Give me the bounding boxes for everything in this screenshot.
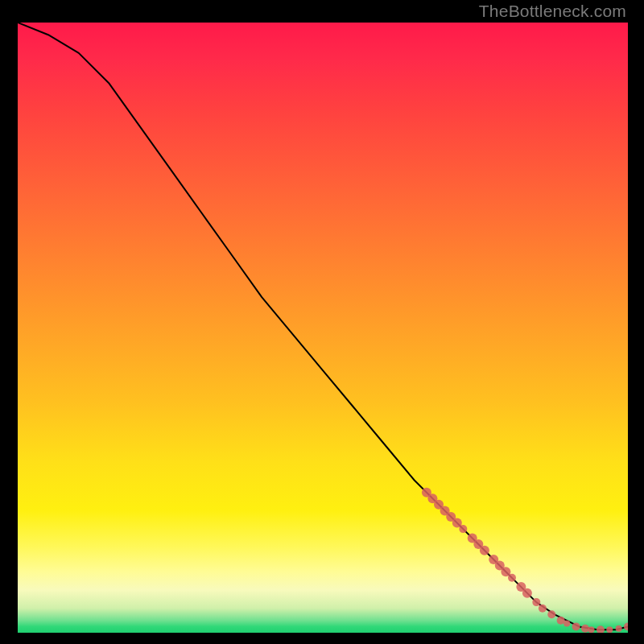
scatter-point [532, 598, 540, 606]
scatter-point [508, 574, 516, 582]
scatter-point [459, 525, 467, 533]
chart-svg [18, 23, 628, 633]
bottleneck-curve [18, 23, 628, 630]
scatter-point [572, 622, 580, 630]
scatter-point [480, 546, 489, 555]
scatter-point [597, 625, 605, 633]
scatter-point [564, 621, 570, 627]
attribution-text: TheBottleneck.com [479, 2, 626, 21]
scatter-point [547, 610, 555, 618]
plot-area [18, 23, 628, 633]
scatter-overlay [422, 488, 628, 633]
scatter-point [588, 626, 595, 633]
scatter-point [616, 625, 622, 632]
scatter-point [522, 588, 532, 598]
scatter-point [539, 605, 547, 613]
scatter-point [624, 622, 628, 630]
scatter-point [581, 625, 589, 633]
scatter-point [606, 626, 613, 633]
scatter-point [557, 617, 565, 625]
